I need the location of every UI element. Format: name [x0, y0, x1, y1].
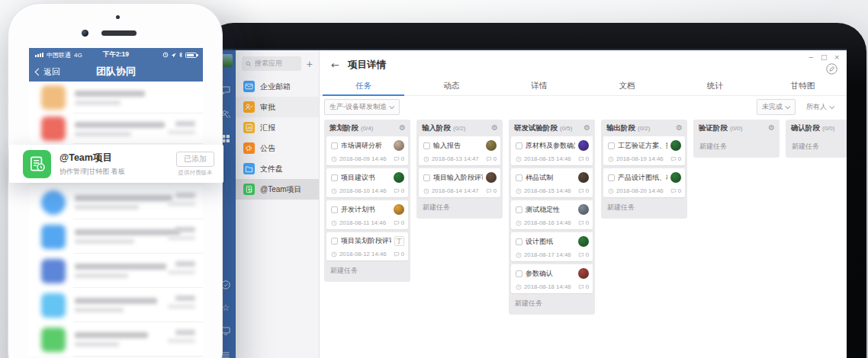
phone-status-bar: 中国联通 4G 下午2:19 [29, 48, 203, 62]
task-card[interactable]: 项目输入阶段评审 2018-08-14 14:47 0 [419, 168, 500, 197]
phone-nav-bar: 返回 团队协同 [29, 62, 203, 82]
sidebar-item-files[interactable]: 文件盘 [236, 158, 319, 179]
task-card[interactable]: 工艺验证方案、报告 2018-08-19 14:46 0 [603, 136, 685, 165]
back-button[interactable]: ← [331, 59, 339, 71]
task-checkbox[interactable] [331, 238, 338, 245]
new-task-button[interactable]: 新建任务 [601, 197, 687, 218]
column-settings-icon[interactable]: ⚙ [491, 124, 498, 132]
column-settings-icon[interactable]: ⚙ [399, 124, 406, 132]
task-checkbox[interactable] [516, 270, 522, 277]
task-title: 产品设计图纸、校验规程 [618, 173, 667, 183]
desktop-app-window: ☆ 搜索应用 + 企业邮箱 [216, 49, 847, 358]
chevron-down-icon [785, 104, 790, 109]
column-settings-icon[interactable]: ⚙ [768, 124, 775, 132]
task-checkbox[interactable] [608, 174, 615, 181]
tab-activity[interactable]: 动态 [407, 77, 495, 95]
column-title: 研发试验阶段 [514, 123, 558, 133]
sidebar-item-team-project[interactable]: @Team项目 [236, 179, 319, 200]
comments-icon [578, 284, 584, 290]
clock-icon [331, 188, 337, 194]
assignee-avatar [578, 236, 589, 247]
task-card[interactable]: 测试稳定性 2018-08-16 14:46 0 [511, 200, 593, 229]
blurred-app-item [29, 113, 203, 144]
project-filter-dropdown[interactable]: 生产-设备研发制造 [324, 99, 400, 115]
comments-icon [486, 188, 492, 194]
column-settings-icon[interactable]: ⚙ [676, 124, 683, 132]
task-checkbox[interactable] [423, 174, 430, 181]
comments-icon [394, 220, 400, 226]
task-checkbox[interactable] [516, 238, 522, 245]
assignee-avatar [670, 140, 681, 151]
tab-statistics[interactable]: 统计 [671, 77, 759, 95]
task-card[interactable]: 项目建议书 2018-08-10 14:46 0 [326, 168, 408, 197]
sidebar-item-approval[interactable]: 审批 [236, 97, 319, 117]
minimize-button[interactable]: − [808, 54, 814, 61]
task-checkbox[interactable] [331, 174, 338, 181]
tab-tasks[interactable]: 任务 [320, 77, 407, 95]
sidebar-item-report[interactable]: 汇报 [236, 117, 319, 138]
close-button[interactable]: × [834, 54, 840, 61]
task-checkbox[interactable] [516, 142, 522, 149]
task-card[interactable]: 设计图纸 2018-08-17 14:46 0 [511, 232, 593, 261]
comment-count: 0 [401, 251, 404, 257]
featured-app-card[interactable]: @Team项目 协作管理|甘特图 看板 已添加 提供付费版本 [9, 145, 223, 183]
task-checkbox[interactable] [608, 142, 615, 149]
task-checkbox[interactable] [516, 174, 522, 181]
added-button[interactable]: 已添加 [176, 152, 214, 167]
sidebar-item-mail[interactable]: 企业邮箱 [236, 76, 319, 97]
column-settings-icon[interactable]: ⚙ [583, 124, 590, 132]
new-task-button[interactable]: 新建任务 [693, 136, 780, 157]
phone-back-button[interactable]: 返回 [36, 66, 60, 78]
task-card[interactable]: 开发计划书 2018-08-11 14:46 0 [326, 200, 408, 229]
comments-icon [578, 188, 584, 194]
assignee-avatar [394, 204, 404, 215]
tab-documents[interactable]: 文档 [583, 77, 671, 95]
status-filter-dropdown[interactable]: 未完成 [757, 99, 796, 115]
board-column: 输出阶段 (0/2) ⚙ 工艺验证方案、报告 2018-08-19 14:46 … [601, 120, 687, 219]
task-checkbox[interactable] [423, 142, 430, 149]
announcement-icon [243, 142, 255, 154]
new-task-button[interactable]: 新建任务 [416, 197, 503, 218]
column-header: 研发试验阶段 (0/5) ⚙ [509, 120, 595, 136]
kanban-board: 策划阶段 (0/4) ⚙ 市场调研分析 2018-08-09 14:46 0 [320, 118, 847, 358]
assignee-filter-dropdown[interactable]: 所有人 [802, 100, 839, 114]
blurred-app-item [29, 82, 203, 113]
assignee-avatar [394, 172, 404, 183]
sidebar-item-announcement[interactable]: 公告 [236, 138, 319, 158]
compose-icon[interactable] [826, 63, 837, 75]
task-card[interactable]: 产品设计图纸、校验规程 2018-08-20 14:46 0 [603, 168, 685, 197]
blurred-app-item [29, 219, 203, 254]
volume-down-button [6, 147, 8, 168]
task-card[interactable]: 参数确认 2018-08-18 14:46 0 [511, 264, 593, 293]
tab-gantt[interactable]: 甘特图 [759, 77, 847, 95]
task-checkbox[interactable] [331, 142, 338, 149]
tab-details[interactable]: 详情 [495, 77, 583, 95]
task-checkbox[interactable] [331, 206, 338, 213]
assignee-avatar [578, 140, 589, 151]
new-task-button[interactable]: 新建任务 [509, 293, 595, 314]
clock-icon [331, 251, 337, 257]
task-card[interactable]: 原材料及参数确定 2018-08-15 14:46 0 [511, 136, 593, 165]
proximity-sensor [116, 15, 120, 19]
maximize-button[interactable]: □ [821, 54, 828, 61]
comments-icon [578, 220, 584, 226]
task-card[interactable]: 项目策划阶段评审 丁 2018-08-12 14:46 0 [326, 232, 408, 261]
new-task-button[interactable]: 新建任务 [786, 136, 847, 157]
column-header: 输入阶段 (0/2) ⚙ [416, 120, 503, 136]
task-datetime: 2018-08-16 14:46 [524, 219, 571, 226]
star-icon[interactable]: ☆ [222, 303, 230, 312]
comment-count: 0 [493, 155, 497, 162]
approval-icon [243, 101, 255, 113]
task-card[interactable]: 样品试制 2018-08-15 14:46 0 [511, 168, 593, 197]
search-input[interactable]: 搜索应用 [242, 56, 301, 71]
task-card[interactable]: 市场调研分析 2018-08-09 14:46 0 [326, 136, 408, 165]
task-card[interactable]: 输入报告 2018-08-13 14:47 0 [419, 136, 500, 165]
mute-switch [6, 94, 8, 106]
new-task-button[interactable]: 新建任务 [324, 261, 410, 281]
comment-count: 0 [586, 155, 589, 162]
clock-icon [516, 252, 522, 258]
add-app-button[interactable]: + [307, 59, 313, 69]
filter-bar: 生产-设备研发制造 未完成 所有人 [320, 96, 847, 118]
board-column: 输入阶段 (0/2) ⚙ 输入报告 2018-08-13 14:47 0 [416, 120, 503, 219]
task-checkbox[interactable] [516, 206, 522, 213]
